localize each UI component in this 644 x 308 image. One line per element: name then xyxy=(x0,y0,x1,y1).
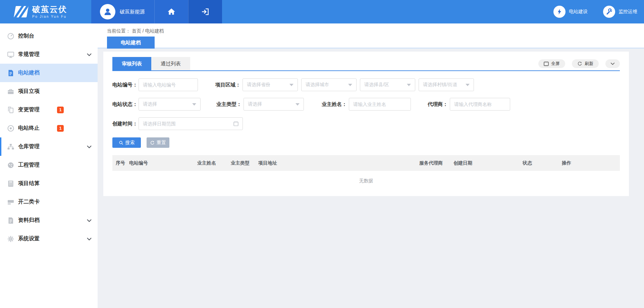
wrench-icon xyxy=(603,6,615,18)
refresh-label: 刷新 xyxy=(585,61,593,67)
select-caret-icon xyxy=(348,84,352,86)
sidebar-item-general-mgmt[interactable]: 常规管理 xyxy=(0,45,98,64)
gauge-icon xyxy=(7,161,15,169)
sidebar-item-engineering-mgmt[interactable]: 工程管理 xyxy=(0,156,98,174)
search-label: 搜索 xyxy=(125,140,135,146)
status-placeholder: 请选择 xyxy=(143,101,157,107)
header-spacer xyxy=(222,0,553,23)
target-icon xyxy=(7,124,15,132)
station-no-input[interactable] xyxy=(139,78,198,91)
owner-type-label: 业主类型： xyxy=(216,101,241,108)
logout-button[interactable] xyxy=(188,0,222,23)
collapse-button[interactable] xyxy=(605,59,620,68)
sidebar-item-station-filing[interactable]: 电站建档 xyxy=(0,64,98,82)
sidebar-item-label: 系统设置 xyxy=(18,235,40,242)
home-button[interactable] xyxy=(154,0,188,23)
county-placeholder: 请选择县/区 xyxy=(364,82,389,88)
chevron-down-icon xyxy=(87,237,92,240)
calculator-icon xyxy=(7,180,15,188)
fullscreen-button[interactable]: 全屏 xyxy=(538,59,565,68)
province-select[interactable]: 请选择省份 xyxy=(243,78,298,91)
nav-station-construction[interactable]: 电站建设 xyxy=(553,6,588,18)
breadcrumb-path[interactable]: 首页 / 电站建档 xyxy=(132,28,164,34)
results-table: 序号 电站编号 业主姓名 业主类型 项目地址 服务代理商 创建日期 状态 操作 … xyxy=(112,155,620,191)
col-status: 状态 xyxy=(523,160,562,166)
logo-icon xyxy=(14,6,29,17)
col-create-date: 创建日期 xyxy=(453,160,523,166)
document-icon xyxy=(7,69,15,77)
logo-subtitle: Po Jian Yun Fu xyxy=(32,15,67,18)
sidebar-item-open-class2-card[interactable]: 开二类卡 xyxy=(0,193,98,211)
monitor-icon xyxy=(7,51,15,59)
sidebar-item-station-termination[interactable]: 电站终止 1 xyxy=(0,119,98,137)
chevron-down-icon xyxy=(87,53,92,56)
fullscreen-label: 全屏 xyxy=(551,61,560,67)
sidebar-item-label: 开二类卡 xyxy=(18,198,40,205)
create-time-label: 创建时间： xyxy=(112,121,137,127)
user-avatar-icon[interactable] xyxy=(100,4,115,19)
sidebar-item-system-settings[interactable]: 系统设置 xyxy=(0,230,98,248)
sidebar-item-label: 常规管理 xyxy=(18,51,40,58)
nav-label: 监控运维 xyxy=(619,9,637,15)
badge-count: 1 xyxy=(57,107,64,113)
sidebar-item-project-settlement[interactable]: 项目结算 xyxy=(0,174,98,193)
user-section[interactable]: 破茧新能源 xyxy=(91,0,154,23)
sidebar-item-label: 电站终止 xyxy=(18,125,40,132)
owner-type-select[interactable]: 请选择 xyxy=(244,98,304,111)
county-select[interactable]: 请选择县/区 xyxy=(360,78,415,91)
sidebar-item-warehouse-mgmt[interactable]: 仓库管理 xyxy=(0,137,98,156)
reset-button[interactable]: 重置 xyxy=(147,137,169,148)
select-caret-icon xyxy=(192,103,196,106)
table-header-row: 序号 电站编号 业主姓名 业主类型 项目地址 服务代理商 创建日期 状态 操作 xyxy=(112,155,620,171)
sidebar-item-change-mgmt[interactable]: 变更管理 1 xyxy=(0,101,98,119)
tab-review-list[interactable]: 审核列表 xyxy=(112,57,151,70)
app-logo: 破茧云伏 Po Jian Yun Fu xyxy=(0,0,91,23)
owner-name-input[interactable] xyxy=(349,98,411,111)
town-placeholder: 请选择村镇/街道 xyxy=(423,82,457,88)
city-placeholder: 请选择城市 xyxy=(306,82,329,88)
sign-in-arrow-icon xyxy=(201,7,210,16)
breadcrumb: 当前位置： 首页 / 电站建档 xyxy=(98,23,644,34)
sidebar: 控制台 常规管理 电站建档 项目立项 xyxy=(0,23,98,308)
logo-title: 破茧云伏 xyxy=(32,5,67,14)
col-seq: 序号 xyxy=(116,160,129,166)
col-owner-name: 业主姓名 xyxy=(197,160,231,166)
town-select[interactable]: 请选择村镇/街道 xyxy=(419,78,474,91)
calendar-icon[interactable] xyxy=(233,121,239,127)
person-icon xyxy=(103,7,113,17)
sidebar-item-label: 电站建档 xyxy=(18,69,40,76)
lightning-icon xyxy=(553,6,566,18)
panel-tabs-row: 审核列表 通过列表 全屏 刷新 xyxy=(112,57,620,70)
header-right-nav: 电站建设 监控运维 xyxy=(553,0,644,23)
status-select[interactable]: 请选择 xyxy=(139,98,201,111)
page-tab-station-filing[interactable]: 电站建档 xyxy=(107,37,155,49)
gear-icon xyxy=(7,235,15,243)
city-select[interactable]: 请选择城市 xyxy=(301,78,357,91)
dashboard-icon xyxy=(7,32,15,40)
sidebar-item-console[interactable]: 控制台 xyxy=(0,27,98,45)
content-area: 审核列表 通过列表 全屏 刷新 xyxy=(98,49,644,196)
sidebar-item-label: 工程管理 xyxy=(18,162,40,169)
refresh-button[interactable]: 刷新 xyxy=(572,59,599,68)
sidebar-item-project-initiation[interactable]: 项目立项 xyxy=(0,82,98,101)
breadcrumb-bar: 当前位置： 首页 / 电站建档 电站建档 xyxy=(98,23,644,49)
province-placeholder: 请选择省份 xyxy=(247,82,270,88)
agent-label: 代理商： xyxy=(428,101,448,108)
date-range-input[interactable] xyxy=(139,117,243,130)
chevron-down-icon xyxy=(87,145,92,148)
sidebar-item-data-archive[interactable]: 资料归档 xyxy=(0,211,98,230)
reset-icon xyxy=(150,140,155,145)
tab-passed-list[interactable]: 通过列表 xyxy=(151,57,190,70)
form-row-2: 电站状态： 请选择 业主类型： 请选择 业主姓名： 代理商： xyxy=(112,98,620,111)
sidebar-item-label: 资料归档 xyxy=(18,217,40,224)
card-icon xyxy=(7,198,15,206)
search-button[interactable]: 搜索 xyxy=(112,137,141,148)
form-buttons: 搜索 重置 xyxy=(112,137,620,148)
nav-monitor-ops[interactable]: 监控运维 xyxy=(603,6,637,18)
copy-files-icon xyxy=(7,106,15,114)
form-row-1: 电站编号： 项目区域： 请选择省份 请选择城市 请选择县/区 xyxy=(112,78,620,91)
top-header: 破茧云伏 Po Jian Yun Fu 破茧新能源 电站建设 xyxy=(0,0,644,23)
agent-input[interactable] xyxy=(450,98,510,111)
chevron-down-icon xyxy=(610,62,615,65)
select-caret-icon xyxy=(289,84,293,86)
